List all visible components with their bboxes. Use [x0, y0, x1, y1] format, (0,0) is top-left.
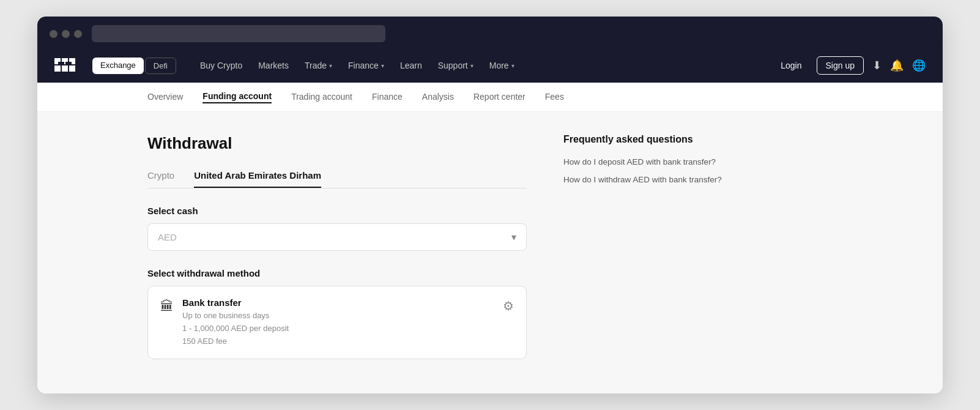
more-chevron: ▾: [511, 62, 514, 69]
tab-crypto[interactable]: Crypto: [147, 170, 174, 188]
method-desc-line1: Up to one business days: [182, 310, 494, 322]
select-cash-dropdown[interactable]: AED ▾: [147, 223, 527, 251]
nav-markets[interactable]: Markets: [251, 57, 295, 74]
nav-buy-crypto[interactable]: Buy Crypto: [193, 57, 249, 74]
okx-logo: [54, 58, 81, 73]
browser-window: Exchange Defi Buy Crypto Markets Trade ▾…: [37, 17, 943, 393]
subnav-overview[interactable]: Overview: [147, 92, 183, 103]
tab-defi[interactable]: Defi: [145, 58, 176, 74]
method-info: Bank transfer Up to one business days 1 …: [182, 297, 494, 348]
faq-item-1[interactable]: How do I deposit AED with bank transfer?: [563, 157, 735, 166]
page-title: Withdrawal: [147, 134, 527, 153]
trade-chevron: ▾: [329, 62, 332, 69]
svg-rect-5: [54, 65, 61, 72]
withdrawal-tabs: Crypto United Arab Emirates Dirham: [147, 170, 527, 188]
globe-icon[interactable]: 🌐: [912, 59, 926, 72]
signup-button[interactable]: Sign up: [817, 56, 864, 75]
login-button[interactable]: Login: [774, 57, 807, 74]
nav-support[interactable]: Support ▾: [431, 57, 480, 74]
browser-dots: [50, 30, 82, 38]
download-icon[interactable]: ⬇: [872, 59, 882, 72]
select-cash-value: AED: [158, 232, 177, 242]
nav-tabs: Exchange Defi: [92, 58, 176, 74]
tab-uae-dirham[interactable]: United Arab Emirates Dirham: [194, 170, 321, 188]
nav-right: Login Sign up ⬇ 🔔 🌐: [774, 56, 926, 75]
finance-chevron: ▾: [381, 62, 384, 69]
select-method-label: Select withdrawal method: [147, 268, 527, 278]
sub-nav: Overview Funding account Trading account…: [37, 83, 943, 112]
faq-item-2[interactable]: How do I withdraw AED with bank transfer…: [563, 175, 735, 184]
nav-trade[interactable]: Trade ▾: [298, 57, 339, 74]
nav-links: Buy Crypto Markets Trade ▾ Finance ▾ Lea…: [193, 57, 774, 74]
select-cash-label: Select cash: [147, 206, 527, 216]
faq-title: Frequently asked questions: [563, 134, 735, 145]
main-content: Withdrawal Crypto United Arab Emirates D…: [37, 112, 943, 393]
svg-rect-6: [62, 65, 68, 72]
method-desc-line3: 150 AED fee: [182, 335, 494, 348]
subnav-finance[interactable]: Finance: [372, 92, 403, 103]
nav-finance[interactable]: Finance ▾: [341, 57, 391, 74]
nav-learn[interactable]: Learn: [393, 57, 429, 74]
chevron-down-icon: ▾: [511, 231, 516, 243]
content-left: Withdrawal Crypto United Arab Emirates D…: [147, 134, 527, 371]
subnav-analysis[interactable]: Analysis: [422, 92, 454, 103]
subnav-trading-account[interactable]: Trading account: [291, 92, 352, 103]
method-card-bank-transfer[interactable]: 🏛 Bank transfer Up to one business days …: [147, 286, 527, 359]
method-title: Bank transfer: [182, 297, 494, 308]
subnav-report-center[interactable]: Report center: [473, 92, 525, 103]
dot-yellow: [62, 30, 70, 38]
address-bar[interactable]: [92, 25, 385, 42]
support-chevron: ▾: [470, 62, 473, 69]
subnav-fees[interactable]: Fees: [545, 92, 564, 103]
nav-more[interactable]: More ▾: [483, 57, 521, 74]
tab-exchange[interactable]: Exchange: [92, 58, 144, 74]
dot-red: [50, 30, 58, 38]
method-desc-line2: 1 - 1,000,000 AED per deposit: [182, 322, 494, 335]
subnav-funding-account[interactable]: Funding account: [202, 91, 272, 103]
bank-icon: 🏛: [160, 299, 174, 315]
logo: [54, 58, 81, 73]
faq-panel: Frequently asked questions How do I depo…: [563, 134, 735, 371]
svg-rect-7: [69, 65, 75, 72]
bell-icon[interactable]: 🔔: [890, 59, 904, 72]
gear-icon[interactable]: ⚙: [503, 299, 514, 313]
browser-chrome: [37, 17, 943, 48]
navbar: Exchange Defi Buy Crypto Markets Trade ▾…: [37, 48, 943, 83]
dot-green: [74, 30, 82, 38]
